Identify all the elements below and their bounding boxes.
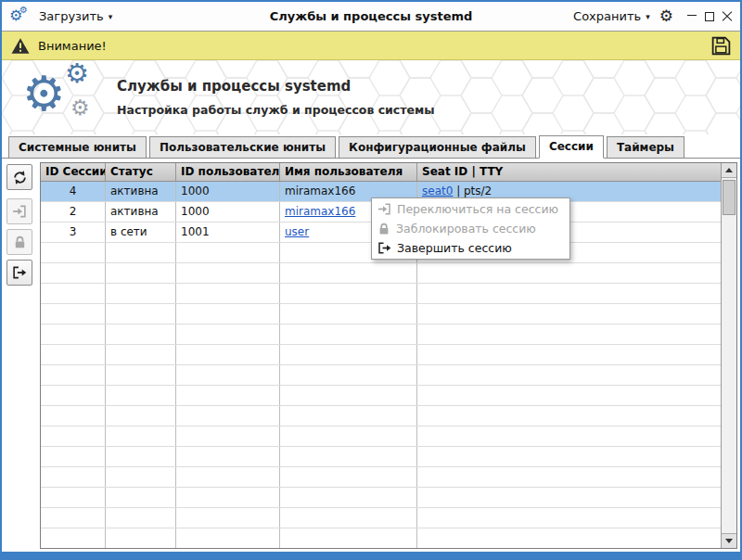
context-menu-item-label: Заблокировать сессию	[396, 222, 536, 235]
table-row-empty[interactable]	[41, 386, 721, 406]
close-button[interactable]	[722, 11, 733, 22]
titlebar-right: Сохранить ▾ ⚙	[556, 8, 733, 24]
triangle-up-icon	[725, 168, 733, 172]
cell-session-id: 3	[41, 223, 106, 242]
app-window: ⚙⚙ Загрузить ▾ Службы и процессы systemd…	[0, 0, 742, 560]
table-row-empty[interactable]	[41, 488, 721, 508]
context-menu-item-end-session[interactable]: Завершить сессию	[372, 238, 569, 258]
tty-text: | pts/2	[453, 185, 492, 197]
titlebar: ⚙⚙ Загрузить ▾ Службы и процессы systemd…	[2, 2, 740, 32]
page-subtitle: Настройка работы служб и процессов систе…	[117, 103, 434, 117]
tab-sessions[interactable]: Сессии	[539, 135, 604, 159]
table-row-empty[interactable]	[41, 508, 721, 528]
session-context-menu: Переключиться на сессию Заблокировать се…	[371, 197, 570, 260]
col-header-status[interactable]: Статус	[106, 163, 176, 181]
end-session-icon	[377, 241, 391, 255]
chevron-down-icon: ▾	[109, 12, 113, 21]
lock-session-button[interactable]	[6, 229, 32, 255]
refresh-icon	[12, 170, 28, 185]
warning-text: Внимание!	[38, 39, 107, 53]
warning-triangle-icon	[10, 37, 31, 55]
table-row-empty[interactable]	[41, 304, 721, 325]
floppy-save-icon[interactable]	[710, 35, 732, 57]
save-menu-button[interactable]: Сохранить ▾	[573, 9, 650, 23]
settings-gear-icon[interactable]: ⚙	[659, 8, 673, 24]
cell-status: в сети	[106, 223, 176, 242]
tab-config-files[interactable]: Конфигурационные файлы	[339, 136, 536, 158]
minimize-button[interactable]	[686, 11, 697, 22]
table-header-row: ID Сессии Статус ID пользователя Имя пол…	[41, 163, 721, 182]
page-title: Службы и процессы systemd	[117, 78, 434, 95]
col-header-user-id[interactable]: ID пользователя	[176, 163, 280, 181]
table-row-empty[interactable]	[41, 263, 721, 284]
tab-system-units[interactable]: Системные юниты	[8, 136, 147, 158]
tab-timers[interactable]: Таймеры	[607, 136, 684, 158]
page-header: ⚙⚙⚙ Службы и процессы systemd Настройка …	[2, 60, 740, 134]
switch-session-icon	[377, 202, 391, 216]
cell-status: активна	[106, 182, 176, 201]
cell-user-id: 1000	[176, 202, 280, 222]
table-row-empty[interactable]	[41, 365, 721, 386]
app-logo-gears-icon: ⚙⚙⚙	[22, 64, 96, 131]
lock-icon	[377, 223, 390, 235]
scroll-up-button[interactable]	[722, 163, 736, 178]
col-header-session-id[interactable]: ID Сессии	[41, 163, 106, 181]
scroll-down-button[interactable]	[722, 533, 736, 548]
tab-user-units[interactable]: Пользовательские юниты	[149, 136, 336, 158]
user-name-link[interactable]: user	[285, 225, 309, 238]
refresh-button[interactable]	[6, 164, 32, 190]
lock-icon	[13, 235, 27, 249]
switch-session-icon	[12, 204, 27, 219]
context-menu-item-label: Завершить сессию	[397, 241, 512, 255]
col-header-user-name[interactable]: Имя пользователя	[280, 163, 417, 181]
save-menu-label: Сохранить	[573, 9, 641, 23]
context-menu-item-label: Переключиться на сессию	[397, 202, 558, 216]
cell-user-id: 1000	[176, 182, 280, 201]
tab-bar: Системные юниты Пользовательские юниты К…	[2, 134, 740, 159]
load-menu-button[interactable]: Загрузить ▾	[39, 9, 112, 23]
table-row-empty[interactable]	[41, 467, 721, 488]
session-toolbar	[6, 162, 40, 290]
cell-session-id: 2	[41, 202, 106, 222]
logout-icon	[12, 265, 27, 280]
maximize-button[interactable]	[704, 11, 715, 22]
table-row-empty[interactable]	[41, 426, 721, 447]
context-menu-item-switch-session[interactable]: Переключиться на сессию	[372, 199, 569, 219]
chevron-down-icon: ▾	[646, 12, 650, 21]
warning-bar: Внимание!	[2, 32, 740, 60]
titlebar-left: ⚙⚙ Загрузить ▾	[9, 7, 186, 26]
scrollbar-thumb[interactable]	[723, 180, 736, 215]
context-menu-item-lock-session[interactable]: Заблокировать сессию	[372, 219, 569, 238]
table-row-empty[interactable]	[41, 345, 721, 365]
window-title: Службы и процессы systemd	[186, 9, 556, 23]
switch-session-button[interactable]	[6, 198, 32, 224]
end-session-button[interactable]	[6, 260, 32, 286]
table-row-empty[interactable]	[41, 406, 721, 426]
app-gears-icon: ⚙⚙	[9, 7, 30, 26]
table-row-empty[interactable]	[41, 325, 721, 345]
col-header-seat-tty[interactable]: Seat ID | TTY	[417, 163, 721, 181]
window-controls	[686, 11, 733, 22]
triangle-down-icon	[725, 539, 733, 543]
user-name-link[interactable]: miramax166	[285, 205, 355, 218]
cell-status: активна	[106, 202, 176, 222]
table-row-empty[interactable]	[41, 528, 721, 548]
table-row-empty[interactable]	[41, 284, 721, 304]
cell-session-id: 4	[41, 182, 106, 201]
table-row-empty[interactable]	[41, 447, 721, 467]
vertical-scrollbar[interactable]	[721, 163, 736, 548]
load-menu-label: Загрузить	[39, 9, 104, 23]
cell-user-id: 1001	[176, 223, 280, 242]
seat-link[interactable]: seat0	[422, 185, 453, 197]
